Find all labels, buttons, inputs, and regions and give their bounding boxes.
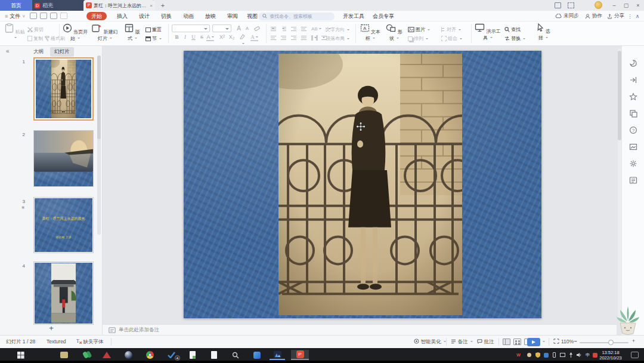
tray-pin-icon[interactable] xyxy=(568,352,574,358)
collaborate-button[interactable]: 协作 xyxy=(585,12,602,20)
tray-phone-icon[interactable] xyxy=(551,352,558,358)
replace-button[interactable]: 替换 xyxy=(504,35,525,42)
close-tab-icon[interactable]: × xyxy=(150,3,153,8)
smart-beautify-button[interactable]: 智能美化 xyxy=(414,339,446,346)
tray-volume-icon[interactable] xyxy=(576,352,583,358)
preview-icon[interactable] xyxy=(60,13,67,19)
collapse-ribbon-icon[interactable]: ∧ xyxy=(636,12,639,20)
outdent-icon[interactable] xyxy=(291,26,298,32)
superscript-button[interactable]: X² xyxy=(218,34,226,40)
animation-pane-icon[interactable] xyxy=(629,93,637,101)
output-icon[interactable] xyxy=(40,13,47,19)
taskbar-app-red-triangle[interactable] xyxy=(99,350,114,360)
home-button[interactable]: 首页 xyxy=(0,0,32,11)
subscript-button[interactable]: X₂ xyxy=(228,34,236,40)
ribbon-tab-home[interactable]: 开始 xyxy=(86,12,107,20)
ribbon-tab-animation[interactable]: 动画 xyxy=(183,12,194,20)
slideshow-play-button[interactable] xyxy=(527,338,540,346)
decrease-font-icon[interactable]: A xyxy=(243,26,251,31)
select-button[interactable]: 选择 xyxy=(534,23,552,41)
columns-icon[interactable] xyxy=(311,35,318,41)
clear-format-icon[interactable] xyxy=(253,25,261,32)
file-menu[interactable]: ≡文件∨ xyxy=(5,12,25,20)
align-right-icon[interactable] xyxy=(291,35,298,41)
slide-thumbnail-4[interactable] xyxy=(33,262,94,325)
bullets-icon[interactable] xyxy=(271,26,277,32)
taskbar-app-chrome[interactable] xyxy=(142,350,157,360)
taskbar-app-browser-sphere[interactable] xyxy=(120,350,136,360)
tab-list-icon[interactable] xyxy=(568,2,574,8)
zoom-out-button[interactable]: – xyxy=(574,338,577,344)
taskbar-app-search[interactable] xyxy=(228,350,243,360)
tray-shield-icon[interactable] xyxy=(534,352,541,358)
notes-bar[interactable]: 单击此处添加备注 xyxy=(103,324,617,335)
sync-status[interactable]: 未同步 xyxy=(555,12,579,20)
help-icon[interactable]: ? xyxy=(629,126,637,134)
zoom-slider-knob[interactable] xyxy=(608,340,614,345)
taskbar-app-notepad[interactable] xyxy=(206,350,222,360)
ribbon-tab-view[interactable]: 视图 xyxy=(247,12,258,20)
align-center-icon[interactable] xyxy=(281,35,287,41)
tab-document[interactable]: P 萧红：呼兰河上永远的晨光.pptx × xyxy=(83,0,155,11)
taskbar-clock[interactable]: 13:52:18 2022/10/23 xyxy=(596,350,625,361)
section-button[interactable]: 节 xyxy=(145,35,162,42)
minimize-button[interactable]: – xyxy=(609,1,619,10)
show-desktop-button[interactable] xyxy=(631,352,639,358)
notes-toggle[interactable]: 备注 xyxy=(451,339,473,346)
theme-name[interactable]: Textured xyxy=(47,339,66,344)
slide-thumbnail-3[interactable]: 萧红：呼兰河上永远的晨光 郑吉斌 主讲 xyxy=(33,197,94,253)
beautify-sidebar-icon[interactable] xyxy=(629,59,637,67)
background-icon[interactable] xyxy=(629,143,637,151)
taskbar-app-wps-office[interactable] xyxy=(270,350,285,360)
command-search-box[interactable]: 查找命令、搜索模板 xyxy=(258,13,335,20)
panel-scrollbar[interactable] xyxy=(97,56,101,235)
workbench-icon[interactable] xyxy=(555,2,561,8)
taskbar-app-wps-doc[interactable] xyxy=(185,350,200,360)
taskbar-app-messenger[interactable]: 4 xyxy=(163,350,179,360)
cut-button[interactable]: 剪切 xyxy=(27,26,44,33)
ribbon-tab-transition[interactable]: 切换 xyxy=(161,12,172,20)
find-button[interactable]: 查找 xyxy=(504,26,521,33)
taskbar-app-green[interactable] xyxy=(78,350,93,360)
taskbar-app-blue[interactable] xyxy=(249,350,265,360)
numbering-icon[interactable] xyxy=(281,26,287,32)
new-slide-button[interactable]: 新建幻灯片 xyxy=(91,23,119,42)
ribbon-tab-developer[interactable]: 开发工具 xyxy=(343,12,364,20)
zoom-slider[interactable] xyxy=(580,342,628,343)
pin-panel-icon[interactable] xyxy=(629,76,637,84)
fit-slide-button[interactable] xyxy=(553,339,559,345)
presentation-tools-button[interactable]: 演示工具 xyxy=(475,23,501,41)
share-button[interactable]: 分享 xyxy=(607,12,624,20)
ribbon-tab-design[interactable]: 设计 xyxy=(139,12,150,20)
tray-user-icon[interactable] xyxy=(526,352,532,358)
char-shading-button[interactable]: A xyxy=(250,34,258,41)
ribbon-tab-member[interactable]: 会员专享 xyxy=(373,12,394,20)
align-button[interactable]: 对齐 xyxy=(441,26,461,33)
align-left-icon[interactable] xyxy=(271,35,277,41)
restore-button[interactable]: ▢ xyxy=(621,1,631,10)
ribbon-tab-slideshow[interactable]: 放映 xyxy=(205,12,216,20)
more-menu-icon[interactable]: ⋮ xyxy=(627,12,633,20)
increase-font-icon[interactable]: A xyxy=(235,25,243,32)
strikethrough-button[interactable]: S xyxy=(198,34,206,40)
arrange-button[interactable]: 排列 xyxy=(408,35,428,42)
char-spacing-icon[interactable]: AB xyxy=(311,26,321,32)
taskbar-app-files[interactable] xyxy=(56,350,72,360)
tray-w-icon[interactable]: W xyxy=(515,352,522,358)
copy-button[interactable]: 复制 xyxy=(27,35,43,42)
shapes-button[interactable]: 形状 xyxy=(385,23,403,42)
paragraph-layout-button[interactable]: 段落布局 xyxy=(326,35,349,42)
normal-view-button[interactable] xyxy=(503,339,510,345)
underline-button[interactable]: U xyxy=(190,34,197,40)
start-button[interactable] xyxy=(13,350,29,360)
save-icon[interactable] xyxy=(30,13,37,19)
tray-cloud-icon[interactable] xyxy=(543,352,549,358)
italic-button[interactable]: I xyxy=(181,34,189,40)
animation-star-icon[interactable]: ∗ xyxy=(17,205,25,210)
comments-toggle[interactable]: 批注 xyxy=(477,339,494,346)
print-icon[interactable] xyxy=(50,13,57,19)
reset-button[interactable]: 重置 xyxy=(145,26,162,33)
tab-slides[interactable]: 幻灯片 xyxy=(50,47,74,57)
notes-panel-icon[interactable] xyxy=(629,176,637,184)
font-size-combo[interactable] xyxy=(212,24,231,32)
